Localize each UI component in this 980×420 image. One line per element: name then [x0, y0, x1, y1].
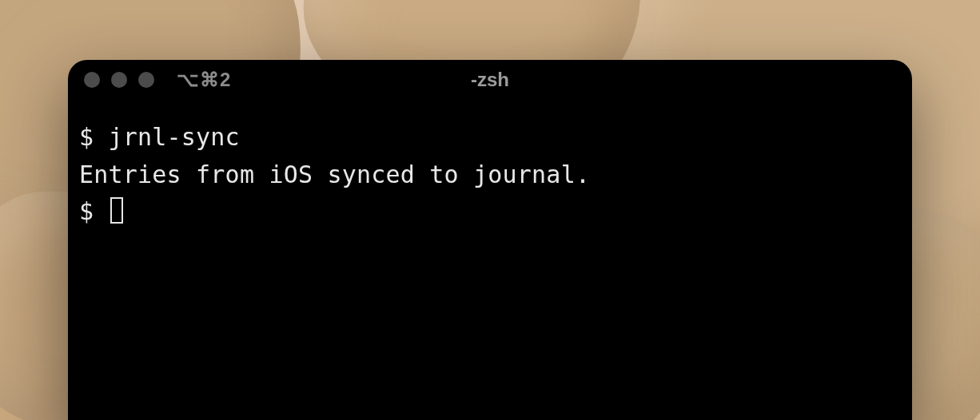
zoom-button[interactable] [138, 72, 154, 88]
window-titlebar[interactable]: ⌥⌘2 -zsh [68, 60, 912, 100]
desktop-background: ⌥⌘2 -zsh $ jrnl-syncEntries from iOS syn… [0, 0, 980, 420]
close-button[interactable] [84, 72, 100, 88]
output-text: Entries from iOS synced to journal. [79, 160, 590, 188]
terminal-line: Entries from iOS synced to journal. [79, 157, 901, 194]
minimize-button[interactable] [111, 72, 127, 88]
terminal-content[interactable]: $ jrnl-syncEntries from iOS synced to jo… [68, 100, 912, 420]
tab-indicator: ⌥⌘2 [177, 69, 231, 91]
terminal-line: $ [79, 193, 901, 231]
prompt-symbol: $ [79, 197, 94, 225]
terminal-window[interactable]: ⌥⌘2 -zsh $ jrnl-syncEntries from iOS syn… [68, 60, 912, 420]
window-controls [84, 72, 154, 88]
command-text: jrnl-sync [109, 123, 240, 151]
cursor-icon [110, 197, 124, 224]
prompt-symbol: $ [79, 123, 94, 151]
terminal-line: $ jrnl-sync [79, 119, 901, 157]
